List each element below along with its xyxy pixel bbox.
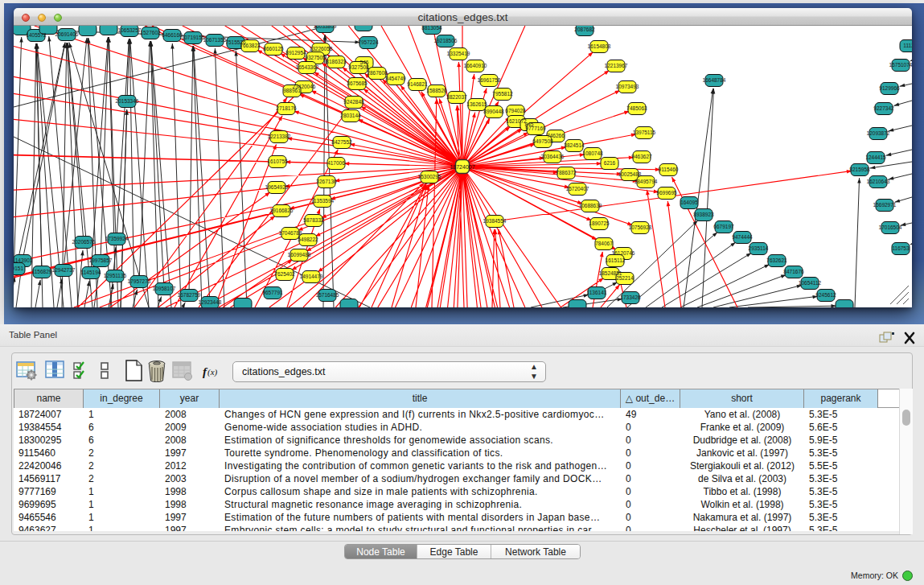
svg-text:11353594: 11353594 — [311, 198, 335, 204]
svg-text:10653257: 10653257 — [118, 27, 142, 33]
svg-text:9699695: 9699695 — [656, 190, 677, 196]
svg-text:3822037: 3822037 — [446, 94, 467, 100]
svg-text:15300295: 15300295 — [418, 174, 441, 179]
svg-text:8813054: 8813054 — [421, 26, 442, 31]
svg-text:417006: 417006 — [327, 160, 345, 166]
svg-text:20206576: 20206576 — [72, 239, 96, 245]
svg-text:1145194: 1145194 — [81, 270, 101, 275]
svg-text:8454749: 8454749 — [385, 76, 406, 81]
svg-text:15692971: 15692971 — [873, 202, 897, 208]
svg-text:16154808: 16154808 — [588, 43, 611, 49]
svg-text:2867608: 2867608 — [367, 70, 388, 76]
svg-text:9115460: 9115460 — [659, 167, 679, 172]
svg-text:16210643: 16210643 — [867, 179, 890, 184]
svg-text:2803144: 2803144 — [340, 113, 361, 118]
svg-text:9463627: 9463627 — [631, 154, 652, 159]
svg-text:8427552: 8427552 — [331, 139, 352, 145]
svg-text:5498222: 5498222 — [298, 237, 318, 242]
svg-text:1621072: 1621072 — [506, 118, 527, 124]
svg-text:784067: 784067 — [595, 241, 613, 246]
svg-text:12923448: 12923448 — [199, 299, 222, 305]
svg-text:14914479: 14914479 — [300, 274, 323, 279]
svg-text:12942737: 12942737 — [52, 267, 76, 273]
svg-text:988961: 988961 — [283, 88, 301, 93]
svg-text:10688639: 10688639 — [579, 203, 602, 208]
svg-text:1527602: 1527602 — [140, 30, 161, 35]
svg-text:7485063: 7485063 — [626, 105, 647, 111]
svg-text:6466160: 6466160 — [162, 32, 183, 38]
svg-text:1890725: 1890725 — [589, 220, 610, 226]
svg-text:10756928: 10756928 — [629, 225, 652, 230]
svg-text:19218506: 19218506 — [434, 38, 458, 43]
svg-text:1362615: 1362615 — [466, 101, 487, 107]
svg-text:16648784: 16648784 — [703, 77, 726, 83]
svg-text:9327505: 9327505 — [305, 55, 326, 60]
svg-text:20364436: 20364436 — [541, 154, 565, 159]
svg-text:16120746: 16120746 — [612, 250, 635, 256]
svg-text:16543362: 16543362 — [296, 64, 319, 70]
svg-text:17046788: 17046788 — [279, 230, 302, 236]
svg-text:6497508: 6497508 — [532, 138, 553, 144]
svg-text:16099488: 16099488 — [288, 252, 311, 257]
svg-text:1615112: 1615112 — [606, 257, 626, 263]
svg-text:9777169: 9777169 — [525, 126, 546, 131]
svg-text:7632621: 7632621 — [766, 257, 787, 263]
svg-text:19654923: 19654923 — [265, 184, 289, 190]
svg-text:7625402: 7625402 — [274, 271, 295, 277]
svg-text:9129966: 9129966 — [879, 85, 900, 91]
svg-text:6216: 6216 — [604, 160, 616, 166]
svg-text:10654112: 10654112 — [799, 280, 822, 286]
svg-text:3824514: 3824514 — [564, 142, 585, 148]
svg-text:10958107: 10958107 — [153, 286, 176, 291]
svg-text:164095: 164095 — [680, 200, 698, 205]
svg-text:20691406: 20691406 — [55, 31, 79, 37]
svg-text:12213382: 12213382 — [268, 134, 291, 139]
svg-text:9657791: 9657791 — [262, 290, 283, 295]
svg-text:39151: 39151 — [14, 266, 23, 271]
svg-text:17359924: 17359924 — [105, 236, 129, 241]
svg-text:7955812: 7955812 — [492, 91, 513, 97]
svg-text:8186323: 8186323 — [326, 59, 347, 64]
svg-text:(x): (x) — [207, 367, 218, 377]
svg-text:9245612: 9245612 — [815, 292, 836, 298]
svg-text:1156829: 1156829 — [32, 269, 52, 274]
svg-text:16640910: 16640910 — [464, 63, 487, 68]
svg-text:12213967: 12213967 — [605, 63, 628, 68]
svg-text:10025488: 10025488 — [618, 171, 642, 177]
svg-text:12093872: 12093872 — [867, 130, 890, 136]
svg-text:15751074: 15751074 — [889, 62, 912, 68]
svg-text:9327508: 9327508 — [348, 64, 369, 70]
svg-text:746266: 746266 — [547, 133, 565, 138]
svg-text:8471676: 8471676 — [783, 269, 804, 274]
svg-text:10719155: 10719155 — [182, 35, 205, 40]
svg-text:6679197: 6679197 — [713, 224, 734, 229]
svg-text:13975115: 13975115 — [633, 130, 656, 135]
svg-text:1112: 1112 — [903, 43, 912, 48]
svg-text:1143901: 1143901 — [14, 257, 33, 263]
svg-text:19384554: 19384554 — [483, 218, 507, 224]
svg-text:19166825: 19166825 — [270, 208, 294, 213]
svg-text:16782759: 16782759 — [178, 292, 201, 298]
svg-text:8938923: 8938923 — [693, 212, 714, 217]
svg-text:1405572: 1405572 — [26, 32, 47, 38]
svg-text:1733426: 1733426 — [620, 295, 641, 300]
svg-text:13226058: 13226058 — [310, 46, 333, 51]
svg-text:9242848: 9242848 — [343, 99, 364, 105]
svg-text:252214: 252214 — [616, 275, 634, 281]
svg-text:8660125: 8660125 — [263, 46, 284, 51]
svg-text:18495794: 18495794 — [634, 179, 658, 184]
svg-text:8990448: 8990448 — [483, 109, 504, 114]
svg-text:1244415: 1244415 — [865, 154, 886, 160]
svg-text:1080748: 1080748 — [582, 150, 603, 156]
svg-text:10973493: 10973493 — [616, 84, 639, 89]
svg-text:9227342: 9227342 — [873, 105, 894, 111]
svg-text:7957224: 7957224 — [358, 39, 379, 45]
svg-text:9474444: 9474444 — [732, 234, 753, 240]
svg-text:7663822: 7663822 — [240, 43, 261, 48]
svg-text:2087682: 2087682 — [574, 27, 595, 32]
svg-text:116753: 116753 — [892, 245, 910, 251]
svg-text:12951135: 12951135 — [104, 273, 127, 278]
svg-text:2935114: 2935114 — [749, 245, 769, 251]
svg-text:3675685: 3675685 — [347, 80, 368, 86]
svg-text:17016504: 17016504 — [879, 225, 902, 230]
